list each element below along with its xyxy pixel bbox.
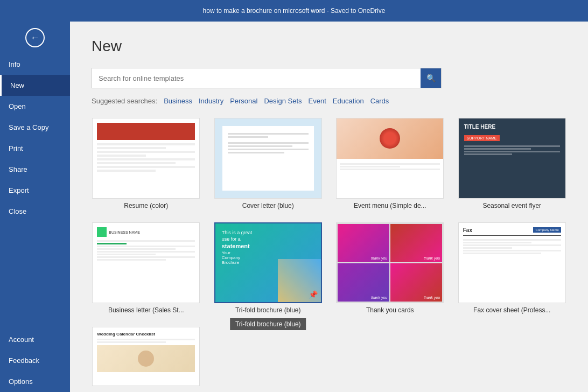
template-label-flyer: Seasonal event flyer	[482, 202, 541, 209]
suggested-personal[interactable]: Personal	[230, 97, 257, 105]
sidebar-item-export[interactable]: Export	[0, 180, 70, 201]
template-thumb-fax: Fax Company Name	[458, 222, 566, 303]
sidebar-item-feedback[interactable]: Feedback	[0, 350, 70, 371]
sidebar-item-share[interactable]: Share	[0, 159, 70, 180]
template-calendar[interactable]: Wedding Calendar Checklist	[92, 327, 201, 386]
template-thank-you[interactable]: thank you thank you thank you thank you	[335, 222, 445, 314]
sidebar-item-open[interactable]: Open	[0, 96, 70, 117]
template-thumb-resume	[92, 118, 200, 199]
template-trifold-brochure[interactable]: This is a great use for a statement Your…	[214, 222, 323, 314]
sidebar-item-save-copy[interactable]: Save a Copy	[0, 117, 70, 138]
template-thumb-business: BUSINESS NAME	[92, 222, 200, 303]
search-button[interactable]: 🔍	[421, 68, 441, 88]
template-label-cover: Cover letter (blue)	[242, 202, 294, 209]
template-label-resume: Resume (color)	[124, 202, 168, 209]
template-thumb-flyer: TITLE HERE SUPPORT NAME	[458, 118, 566, 199]
template-label-thankyou: Thank you cards	[366, 306, 414, 314]
suggested-industry[interactable]: Industry	[199, 97, 223, 105]
search-icon: 🔍	[426, 74, 436, 82]
template-label-fax: Fax cover sheet (Profess...	[473, 306, 550, 314]
sidebar-item-close[interactable]: Close	[0, 201, 70, 222]
main-content: New 🔍 Suggested searches: Business Indus…	[70, 22, 588, 392]
title-bar: how to make a brochure on microsoft word…	[0, 0, 588, 22]
template-thumb-calendar: Wedding Calendar Checklist	[92, 327, 200, 386]
template-label-business: Business letter (Sales St...	[108, 306, 184, 314]
sidebar: ← Info New Open Save a Copy Print Share …	[0, 22, 70, 392]
sidebar-item-new[interactable]: New	[0, 75, 70, 96]
suggested-education[interactable]: Education	[333, 97, 364, 105]
template-cover-letter[interactable]: Cover letter (blue)	[214, 118, 323, 209]
search-bar: 🔍	[92, 68, 442, 88]
suggested-searches: Suggested searches: Business Industry Pe…	[92, 97, 566, 105]
sidebar-item-info[interactable]: Info	[0, 54, 70, 75]
back-button[interactable]: ←	[0, 22, 70, 54]
template-label-event: Event menu (Simple de...	[354, 202, 426, 209]
sidebar-item-account[interactable]: Account	[0, 329, 70, 350]
suggested-business[interactable]: Business	[164, 97, 192, 105]
template-fax-cover[interactable]: Fax Company Name Fax cover sh	[458, 222, 567, 314]
sidebar-item-options[interactable]: Options	[0, 371, 70, 392]
template-thumb-thankyou: thank you thank you thank you thank you	[336, 222, 444, 303]
template-thumb-cover	[214, 118, 322, 199]
search-input[interactable]	[92, 70, 421, 87]
template-grid: Resume (color)	[92, 118, 566, 392]
template-resume-color[interactable]: Resume (color)	[92, 118, 201, 209]
template-thumb-event	[336, 118, 444, 199]
suggested-design-sets[interactable]: Design Sets	[264, 97, 302, 105]
suggested-cards[interactable]: Cards	[370, 97, 389, 105]
title-text: how to make a brochure on microsoft word…	[203, 7, 386, 15]
back-circle-icon: ←	[25, 28, 45, 47]
template-business-letter[interactable]: BUSINESS NAME Business letter (Sales St.…	[92, 222, 201, 314]
suggested-event[interactable]: Event	[309, 97, 326, 105]
suggested-label: Suggested searches:	[92, 97, 157, 105]
page-title: New	[92, 38, 566, 55]
template-label-brochure: Tri-fold brochure (blue)	[235, 306, 301, 314]
template-seasonal-flyer[interactable]: TITLE HERE SUPPORT NAME Seasonal event f…	[458, 118, 567, 209]
brochure-tooltip: Tri-fold brochure (blue)	[230, 318, 306, 330]
sidebar-item-print[interactable]: Print	[0, 138, 70, 159]
template-event-menu[interactable]: Event menu (Simple de...	[335, 118, 445, 209]
pin-icon: 📌	[309, 290, 318, 299]
template-thumb-brochure: This is a great use for a statement Your…	[214, 222, 322, 303]
